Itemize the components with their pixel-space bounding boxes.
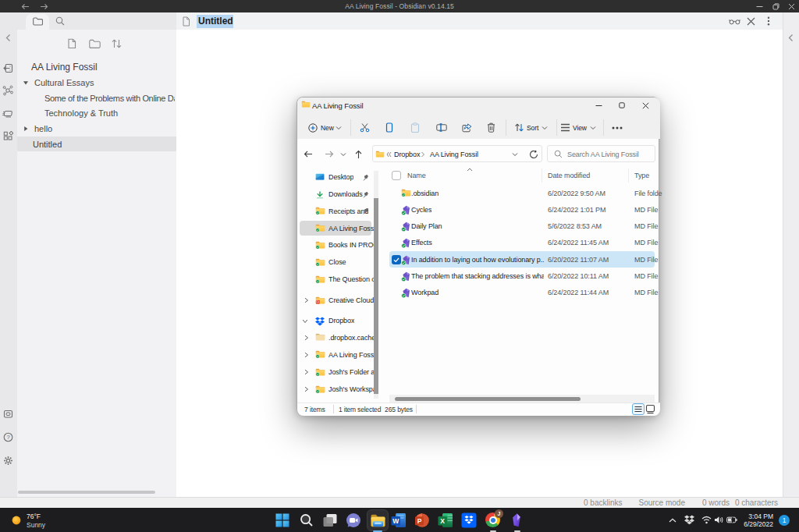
svg-text:P: P	[417, 517, 422, 525]
svg-text:X: X	[440, 517, 445, 525]
svg-text:W: W	[392, 517, 400, 525]
svg-text:Cc: Cc	[316, 300, 320, 303]
svg-text:?: ?	[6, 434, 9, 441]
